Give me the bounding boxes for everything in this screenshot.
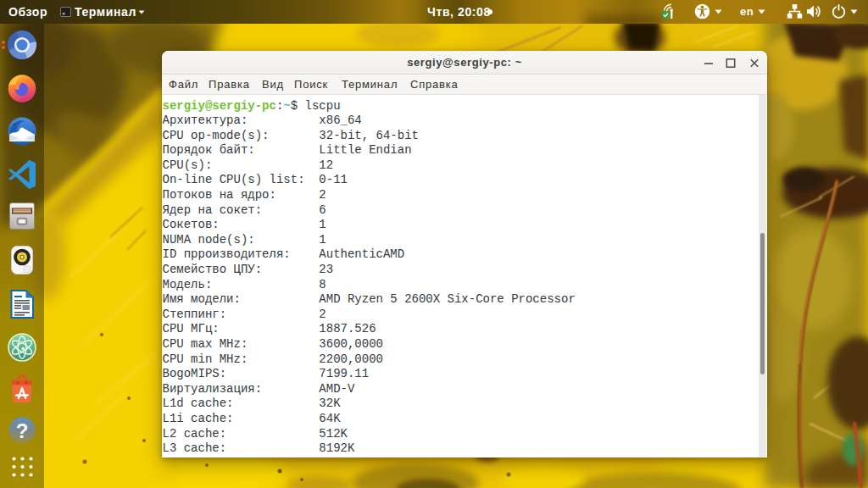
svg-text:?: ? (16, 419, 29, 442)
